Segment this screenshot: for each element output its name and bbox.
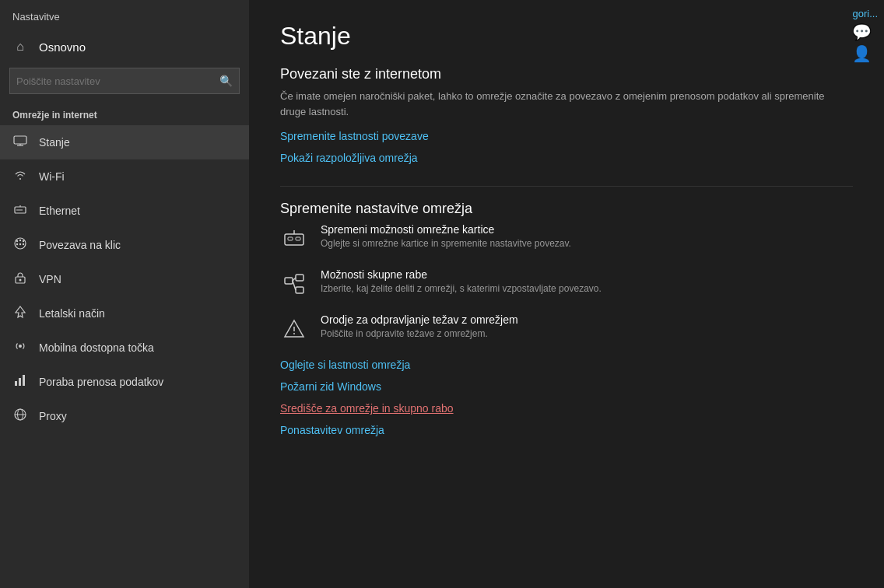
svg-point-13 xyxy=(16,243,18,245)
svg-rect-0 xyxy=(14,136,26,144)
nav-label-vpn: VPN xyxy=(39,273,61,285)
change-network-section: Spremenite nastavitve omrežja Spremeni m… xyxy=(280,201,853,436)
sidebar-item-data[interactable]: Poraba prenosa podatkov xyxy=(0,365,249,399)
svg-point-12 xyxy=(23,240,24,242)
divider xyxy=(280,186,853,187)
page-title: Stanje xyxy=(280,0,853,66)
sharing-icon xyxy=(280,270,308,298)
home-label: Osnovno xyxy=(39,40,86,54)
connected-heading: Povezani ste z internetom xyxy=(280,66,853,82)
nav-label-data: Poraba prenosa podatkov xyxy=(39,376,163,388)
top-right-area: gori... 💬 👤 xyxy=(852,8,884,63)
sharing-desc: Izberite, kaj želite deliti z omrežji, s… xyxy=(321,283,602,294)
nav-icon-proxy xyxy=(12,408,28,425)
svg-rect-20 xyxy=(19,378,21,386)
sidebar-item-ethernet[interactable]: Ethernet xyxy=(0,194,249,228)
sidebar-item-proxy[interactable]: Proxy xyxy=(0,399,249,433)
nav-icon-hotspot xyxy=(12,339,28,356)
troubleshoot-desc: Poiščite in odpravite težave z omrežjem. xyxy=(321,328,518,339)
nav-icon-airplane xyxy=(12,305,28,322)
nav-icon-dial xyxy=(12,236,28,254)
svg-rect-19 xyxy=(15,381,17,386)
network-properties-link[interactable]: Oglejte si lastnosti omrežja xyxy=(280,359,853,371)
sidebar-item-wifi[interactable]: Wi-Fi xyxy=(0,159,249,194)
change-section-heading: Spremenite nastavitve omrežja xyxy=(280,201,853,217)
connected-section: Povezani ste z internetom Če imate omeje… xyxy=(280,66,853,164)
troubleshoot-icon xyxy=(280,315,308,343)
show-networks-link[interactable]: Pokaži razpoložljiva omrežja xyxy=(280,152,853,164)
sidebar-item-hotspot[interactable]: Mobilna dostopna točka xyxy=(0,331,249,365)
nav-label-proxy: Proxy xyxy=(39,410,67,422)
adapter-text: Spremeni možnosti omrežne kartice Oglejt… xyxy=(321,223,571,249)
svg-rect-27 xyxy=(296,237,300,240)
svg-rect-29 xyxy=(285,278,293,284)
connected-description: Če imate omejen naročniški paket, lahko … xyxy=(280,89,825,119)
app-title: Nastavitve xyxy=(0,0,249,30)
sidebar-item-dial[interactable]: Povezava na klic xyxy=(0,228,249,262)
change-properties-link[interactable]: Spremenite lastnosti povezave xyxy=(280,130,853,142)
troubleshoot-title: Orodje za odpravljanje težav z omrežjem xyxy=(321,313,518,326)
svg-point-35 xyxy=(293,333,295,334)
nav-icon-ethernet xyxy=(12,202,28,219)
nav-label-hotspot: Mobilna dostopna točka xyxy=(39,341,154,354)
sidebar-item-airplane[interactable]: Letalski način xyxy=(0,296,249,331)
search-icon: 🔍 xyxy=(219,75,233,87)
svg-point-11 xyxy=(19,240,21,241)
svg-point-15 xyxy=(23,243,24,245)
adapter-title: Spremeni možnosti omrežne kartice xyxy=(321,223,571,236)
troubleshoot-item: Orodje za odpravljanje težav z omrežjem … xyxy=(280,313,853,343)
top-link[interactable]: gori... xyxy=(852,8,878,19)
nav-label-ethernet: Ethernet xyxy=(39,205,80,217)
troubleshoot-text: Orodje za odpravljanje težav z omrežjem … xyxy=(321,313,518,339)
sidebar-item-stanje[interactable]: Stanje xyxy=(0,125,249,159)
adapter-icon xyxy=(280,225,308,253)
nav-label-stanje: Stanje xyxy=(39,136,70,149)
svg-rect-26 xyxy=(288,237,293,240)
svg-rect-21 xyxy=(23,375,25,386)
nav-icon-data xyxy=(12,373,28,390)
svg-point-10 xyxy=(16,240,18,242)
search-box[interactable]: 🔍 xyxy=(9,68,240,94)
chat-icon: 💬 xyxy=(852,23,878,41)
svg-line-33 xyxy=(293,281,296,290)
person-icon: 👤 xyxy=(852,44,878,63)
network-center-link[interactable]: Središče za omrežje in skupno rabo xyxy=(280,402,853,415)
sidebar: Nastavitve ⌂ Osnovno 🔍 Omrežje in intern… xyxy=(0,0,249,588)
svg-point-18 xyxy=(19,345,22,348)
main-content: gori... 💬 👤 Stanje Povezani ste z intern… xyxy=(249,0,884,588)
svg-rect-31 xyxy=(296,287,303,293)
nav-list: Stanje Wi-Fi Ethernet Povezava na klic V… xyxy=(0,125,249,433)
nav-icon-stanje xyxy=(12,134,28,151)
home-nav-item[interactable]: ⌂ Osnovno xyxy=(0,30,249,63)
sharing-text: Možnosti skupne rabe Izberite, kaj želit… xyxy=(321,268,602,294)
adapter-desc: Oglejte si omrežne kartice in spremenite… xyxy=(321,238,571,249)
section-label: Omrežje in internet xyxy=(0,103,249,125)
adapter-item: Spremeni možnosti omrežne kartice Oglejt… xyxy=(280,223,853,253)
nav-icon-vpn xyxy=(12,271,28,288)
search-input[interactable] xyxy=(16,75,219,87)
svg-rect-30 xyxy=(296,275,303,281)
reset-network-link[interactable]: Ponastavitev omrežja xyxy=(280,424,853,436)
sidebar-item-vpn[interactable]: VPN xyxy=(0,262,249,296)
sharing-item: Možnosti skupne rabe Izberite, kaj želit… xyxy=(280,268,853,298)
nav-icon-wifi xyxy=(12,168,28,185)
nav-label-wifi: Wi-Fi xyxy=(39,170,65,183)
sharing-title: Možnosti skupne rabe xyxy=(321,268,602,281)
svg-point-17 xyxy=(19,279,22,282)
nav-label-dial: Povezava na klic xyxy=(39,239,121,251)
nav-label-airplane: Letalski način xyxy=(39,307,105,320)
firewall-link[interactable]: Požarni zid Windows xyxy=(280,380,853,393)
svg-point-14 xyxy=(19,243,21,245)
home-icon: ⌂ xyxy=(12,40,28,54)
